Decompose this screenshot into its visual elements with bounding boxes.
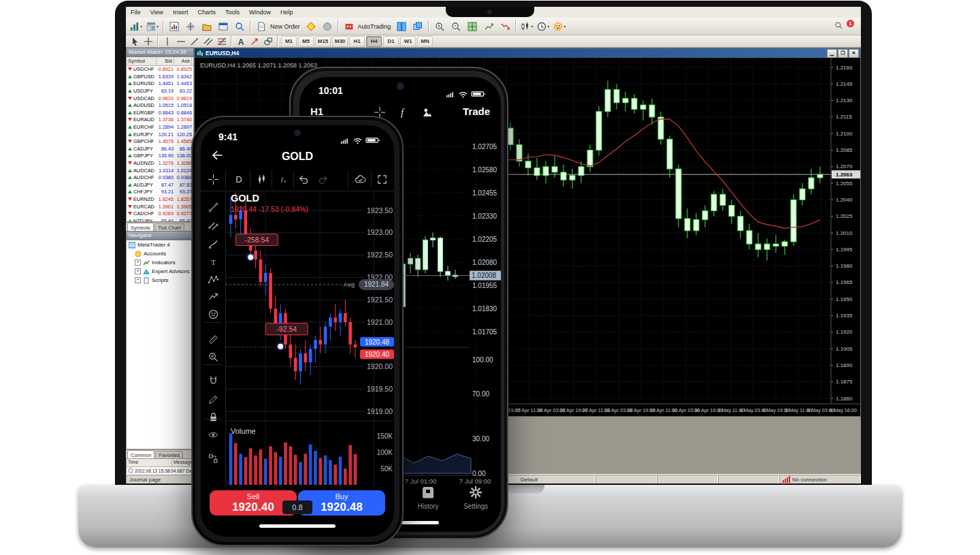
trend-line-button[interactable]: [189, 36, 201, 47]
expander-icon[interactable]: +: [135, 268, 141, 274]
lock-all-icon[interactable]: [206, 409, 220, 424]
tile-windows-button[interactable]: [394, 19, 409, 34]
gold-chart[interactable]: 1924.001923.501923.001922.501922.001921.…: [225, 191, 394, 488]
zoom-in-button[interactable]: [432, 19, 447, 34]
crosshair-button[interactable]: [142, 36, 154, 47]
search-icon[interactable]: [834, 21, 843, 30]
symbol-row[interactable]: EURCHF1.28941.2897: [127, 124, 193, 131]
templates-button[interactable]: ▾: [552, 19, 567, 34]
mql5-community-button[interactable]: [320, 19, 335, 34]
symbol-row[interactable]: EURGBP0.88430.8846: [127, 110, 193, 117]
symbol-row[interactable]: EURUSD1.44511.4453: [127, 80, 193, 88]
magnet-icon[interactable]: [206, 373, 220, 388]
status-connection[interactable]: No connection: [779, 475, 861, 483]
arrange-desc-button[interactable]: [497, 19, 512, 34]
notification-badge[interactable]: 1: [847, 20, 854, 27]
symbol-row[interactable]: AUDCAD1.01141.0124: [127, 167, 193, 174]
objects-tree-icon[interactable]: [206, 451, 220, 466]
vertical-line-button[interactable]: [161, 36, 174, 47]
trend-line-icon[interactable]: [206, 200, 220, 215]
symbol-row[interactable]: CADCHF0.92690.9277: [127, 210, 193, 218]
text-tool-icon[interactable]: T: [206, 255, 220, 270]
arrow-label-button[interactable]: [248, 36, 261, 47]
new-chart-button[interactable]: ▾: [129, 19, 144, 34]
tree-item-accounts[interactable]: Accounts: [127, 249, 193, 258]
objects-icon[interactable]: [420, 105, 435, 120]
symbol-row[interactable]: USDJPY83.1983.22: [127, 88, 193, 95]
symbol-row[interactable]: EURAUD1.37361.3740: [127, 116, 193, 124]
navigator-button[interactable]: [199, 19, 214, 34]
symbol-row[interactable]: CADJPY86.4386.49: [127, 146, 193, 153]
back-arrow-icon[interactable]: [210, 148, 224, 162]
restore-button[interactable]: ❐: [838, 49, 848, 58]
timeframe-w1-button[interactable]: W1: [400, 36, 416, 47]
timeframe-mn-button[interactable]: MN: [417, 36, 433, 47]
undo-icon[interactable]: [296, 172, 311, 187]
profiles-button[interactable]: ▾: [145, 19, 160, 34]
menu-item-file[interactable]: File: [126, 9, 146, 16]
hide-drawings-icon[interactable]: [206, 427, 220, 442]
chart-type-button[interactable]: ▾: [519, 19, 534, 34]
menu-item-charts[interactable]: Charts: [193, 9, 220, 16]
expander-icon[interactable]: +: [135, 259, 141, 266]
xabcd-pattern-icon[interactable]: [206, 272, 220, 287]
market-watch-button[interactable]: [167, 19, 182, 34]
metaeditor-button[interactable]: [304, 19, 318, 34]
tree-item-expert-advisors[interactable]: +Expert Advisors: [127, 267, 193, 276]
terminal-panel-button[interactable]: [216, 19, 231, 34]
cloud-check-icon[interactable]: [353, 172, 368, 187]
timeframe-m1-button[interactable]: M1: [281, 36, 297, 47]
menu-item-help[interactable]: Help: [276, 9, 298, 16]
nav-item-settings[interactable]: Settings: [455, 484, 497, 522]
redo-icon[interactable]: [315, 172, 330, 187]
symbol-row[interactable]: GBPUSD1.63391.6342: [127, 74, 193, 81]
symbol-row[interactable]: AUDNZD1.32761.3288: [127, 160, 193, 168]
close-button[interactable]: ✕: [849, 49, 859, 58]
tree-item-indicators[interactable]: +Indicators: [127, 258, 193, 267]
candles-icon[interactable]: [254, 172, 269, 187]
timeframe-m30-button[interactable]: M30: [332, 36, 348, 47]
fibonacci-button[interactable]: [216, 36, 228, 47]
function-f-icon[interactable]: f: [395, 105, 410, 120]
ruler-icon[interactable]: [206, 332, 220, 347]
autotrading-button[interactable]: [342, 19, 357, 34]
shapes-button[interactable]: [262, 36, 274, 47]
channels-icon[interactable]: [206, 218, 220, 233]
symbol-row[interactable]: AUDCHF0.93800.9388: [127, 174, 193, 182]
fullscreen-icon[interactable]: [374, 172, 389, 187]
timeframe-h4-button[interactable]: H4: [366, 36, 382, 47]
symbol-row[interactable]: AUDUSD1.05151.0518: [127, 102, 193, 110]
symbol-row[interactable]: EURJPY120.21120.25: [127, 131, 193, 138]
symbol-row[interactable]: GBPCHF1.45751.4585: [127, 138, 193, 146]
full-screen-button[interactable]: [465, 19, 480, 34]
nav-item-history[interactable]: History: [407, 484, 449, 522]
menu-item-window[interactable]: Window: [244, 9, 276, 16]
chart-window-titlebar[interactable]: EURUSD,H4 ▁ ❐ ✕: [195, 48, 860, 58]
zoom-out-button[interactable]: [448, 19, 463, 34]
new-order-button[interactable]: [254, 19, 269, 34]
minimize-button[interactable]: ▁: [827, 49, 837, 58]
zoom-in-icon[interactable]: [206, 349, 220, 364]
cascade-windows-button[interactable]: [410, 19, 425, 34]
timeframe-d1-button[interactable]: D1: [383, 36, 399, 47]
symbol-row[interactable]: GBPJPY135.90136.00: [127, 153, 193, 160]
tree-item-scripts[interactable]: +Scripts: [127, 276, 193, 285]
expander-icon[interactable]: +: [135, 277, 141, 283]
forecast-icon[interactable]: [206, 289, 220, 304]
horizontal-line-button[interactable]: [175, 36, 187, 47]
symbol-row[interactable]: CHFJPY93.2193.27: [127, 189, 193, 196]
menu-item-tools[interactable]: Tools: [220, 9, 244, 16]
crosshair-icon[interactable]: [206, 172, 220, 187]
home-indicator[interactable]: [259, 524, 336, 528]
trade-button[interactable]: Trade: [463, 106, 490, 117]
arrange-asc-button[interactable]: [481, 19, 496, 34]
timeframe-m15-button[interactable]: M15: [315, 36, 331, 47]
text-a-button[interactable]: A: [235, 36, 247, 47]
drawing-lock-icon[interactable]: [206, 392, 220, 407]
period-button[interactable]: ▾: [536, 19, 551, 34]
menu-item-view[interactable]: View: [146, 9, 168, 16]
symbol-row[interactable]: USDCHF0.89210.8925: [127, 66, 193, 74]
timeframe-selector[interactable]: D: [231, 172, 246, 187]
equidistant-channel-button[interactable]: [202, 36, 214, 47]
tree-item-metatrader-4[interactable]: MetaTrader 4: [127, 240, 193, 249]
